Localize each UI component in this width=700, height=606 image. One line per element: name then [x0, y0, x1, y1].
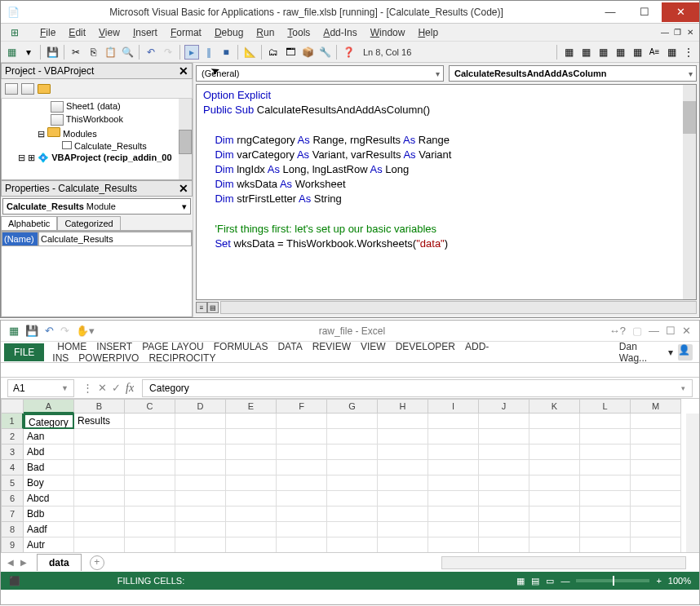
cell[interactable]	[428, 414, 479, 429]
cell[interactable]	[277, 476, 327, 491]
cell[interactable]	[327, 414, 378, 429]
tree-item[interactable]: ⊟ Modules	[2, 126, 192, 140]
cell[interactable]	[378, 460, 428, 476]
cell[interactable]	[175, 476, 226, 491]
cell[interactable]	[327, 429, 378, 445]
project-scrollbar[interactable]	[179, 99, 192, 179]
cell[interactable]	[580, 522, 631, 537]
qat-touch-icon[interactable]: ✋▾	[76, 325, 95, 337]
cell[interactable]	[529, 537, 580, 552]
cell[interactable]	[277, 491, 327, 506]
fx-icon[interactable]: fx	[126, 382, 134, 395]
cell[interactable]	[529, 460, 580, 476]
row-header[interactable]: 8	[1, 522, 24, 537]
maximize-button[interactable]: ☐	[627, 2, 662, 22]
cell[interactable]	[631, 460, 681, 476]
cell[interactable]	[631, 491, 681, 506]
excel-minimize[interactable]: —	[649, 325, 659, 337]
mdi-minimize[interactable]: —	[658, 28, 670, 37]
cell[interactable]	[529, 476, 580, 491]
cell[interactable]	[327, 476, 378, 491]
menu-format[interactable]: Format	[164, 25, 208, 40]
qat-arrows-icon[interactable]: ↔?	[609, 325, 626, 337]
view-code-icon[interactable]	[5, 83, 18, 95]
cell[interactable]	[327, 491, 378, 506]
run-icon[interactable]: ▸	[184, 45, 199, 60]
cell[interactable]	[529, 414, 580, 429]
cell[interactable]	[378, 506, 428, 522]
cell[interactable]	[277, 429, 327, 445]
row-header[interactable]: 9	[1, 537, 24, 552]
code-editor[interactable]: Option ExplicitPublic Sub CalculateResul…	[196, 84, 697, 300]
cell[interactable]	[125, 537, 175, 552]
cell[interactable]	[277, 445, 327, 460]
qat-save-icon[interactable]: 💾	[25, 325, 38, 337]
cell[interactable]	[125, 491, 175, 506]
cell[interactable]	[226, 460, 277, 476]
enter-formula-icon[interactable]: ✓	[112, 382, 121, 394]
row-header[interactable]: 3	[1, 445, 24, 460]
cell[interactable]	[175, 537, 226, 552]
cell[interactable]	[378, 522, 428, 537]
cell[interactable]	[529, 506, 580, 522]
view-normal-icon[interactable]: ▦	[516, 576, 525, 586]
help-icon[interactable]: ❓	[341, 45, 356, 60]
tb-extra-7[interactable]: ▦	[664, 45, 679, 60]
sheet-tab-data[interactable]: data	[37, 554, 82, 571]
ribbon-tab-view[interactable]: VIEW	[356, 338, 391, 356]
cell[interactable]	[327, 537, 378, 552]
name-box[interactable]: A1▼	[7, 379, 74, 397]
tree-item[interactable]: Sheet1 (data)	[2, 100, 192, 113]
tb-extra-3[interactable]: ▦	[596, 45, 610, 60]
tb-extra-6[interactable]: A≡	[647, 45, 662, 60]
reset-icon[interactable]: ■	[219, 45, 233, 60]
ribbon-tab-developer[interactable]: DEVELOPER	[391, 338, 460, 356]
cell[interactable]	[327, 522, 378, 537]
cell[interactable]	[479, 429, 529, 445]
procedure-combo[interactable]: CalculateResultsAndAddAsColumn	[449, 65, 697, 82]
cell[interactable]	[378, 445, 428, 460]
col-header[interactable]: A	[24, 399, 74, 414]
cell[interactable]	[277, 522, 327, 537]
excel-close[interactable]: ✕	[682, 325, 691, 337]
undo-icon[interactable]: ↶	[144, 45, 158, 60]
cell[interactable]	[74, 491, 125, 506]
props-tab-categorized[interactable]: Categorized	[57, 216, 120, 230]
cell[interactable]: Abcd	[24, 491, 74, 506]
zoom-slider[interactable]	[576, 579, 649, 582]
row-header[interactable]: 1	[1, 414, 24, 429]
row-header[interactable]: 2	[1, 429, 24, 445]
cell[interactable]	[378, 414, 428, 429]
cell[interactable]	[378, 491, 428, 506]
cell[interactable]	[378, 537, 428, 552]
zoom-level[interactable]: 100%	[668, 576, 691, 586]
cell[interactable]	[428, 522, 479, 537]
select-all-corner[interactable]	[1, 399, 24, 414]
row-header[interactable]: 4	[1, 460, 24, 476]
view-excel-icon[interactable]: ▦	[4, 45, 19, 60]
cell[interactable]	[277, 537, 327, 552]
col-header[interactable]: I	[428, 399, 479, 414]
cell[interactable]	[226, 522, 277, 537]
cell[interactable]	[580, 491, 631, 506]
cell[interactable]	[580, 506, 631, 522]
cell[interactable]	[175, 445, 226, 460]
cell[interactable]	[125, 476, 175, 491]
props-grid[interactable]: (Name) Calculate_Results	[1, 231, 193, 317]
menu-debug[interactable]: Debug	[208, 25, 250, 40]
excel-app-icon[interactable]: ▦	[9, 325, 19, 337]
col-header[interactable]: E	[226, 399, 277, 414]
find-icon[interactable]: 🔍	[120, 45, 135, 60]
mdi-restore[interactable]: ❐	[671, 28, 683, 37]
menu-edit[interactable]: Edit	[62, 25, 92, 40]
cell[interactable]	[580, 537, 631, 552]
cell[interactable]	[479, 506, 529, 522]
cell[interactable]	[580, 429, 631, 445]
cell[interactable]	[580, 414, 631, 429]
cell[interactable]	[479, 414, 529, 429]
cancel-formula-icon[interactable]: ✕	[98, 382, 107, 394]
col-header[interactable]: M	[631, 399, 681, 414]
cell[interactable]	[74, 445, 125, 460]
cell[interactable]	[479, 460, 529, 476]
cell[interactable]	[175, 460, 226, 476]
